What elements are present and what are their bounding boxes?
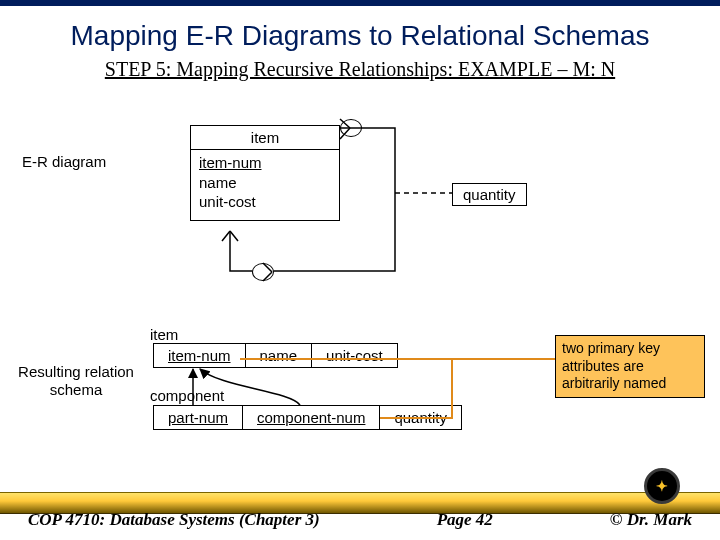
entity-item: item item-num name unit-cost <box>190 125 340 221</box>
table-label-item: item <box>150 326 178 343</box>
relationship-circle-icon <box>252 263 274 281</box>
entity-name: item <box>191 126 339 150</box>
footer-left: COP 4710: Database Systems (Chapter 3) <box>28 510 320 530</box>
footer-author: © Dr. Mark <box>610 510 692 530</box>
table-label-component: component <box>150 387 224 404</box>
ucf-logo-icon: ✦ <box>644 468 680 504</box>
slide-subtitle: STEP 5: Mapping Recursive Relationships:… <box>0 58 720 81</box>
result-schema-label: Resulting relation schema <box>16 363 136 399</box>
entity-attrs: item-num name unit-cost <box>191 150 339 220</box>
relation-table-item: item-num name unit-cost <box>153 343 398 368</box>
annotation-note: two primary key attributes are arbitrari… <box>555 335 705 398</box>
diagram-canvas: E-R diagram item item-num name unit-cost… <box>0 91 720 461</box>
relationship-circle-icon <box>340 119 362 137</box>
relationship-attribute: quantity <box>452 183 527 206</box>
slide-title: Mapping E-R Diagrams to Relational Schem… <box>0 6 720 58</box>
er-diagram-label: E-R diagram <box>22 153 106 170</box>
relation-table-component: part-num component-num quantity <box>153 405 462 430</box>
slide-footer: ✦ COP 4710: Database Systems (Chapter 3)… <box>0 492 720 530</box>
footer-page: Page 42 <box>437 510 493 530</box>
